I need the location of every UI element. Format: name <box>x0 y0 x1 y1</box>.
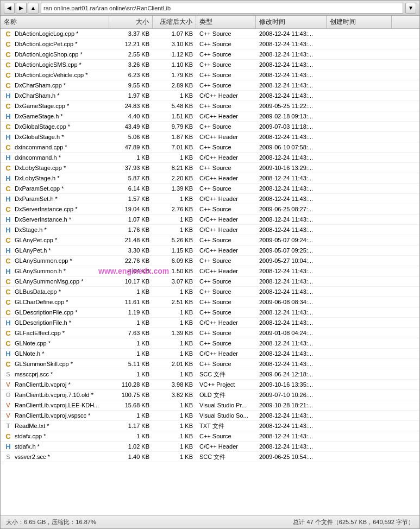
file-modified: 2008-12-24 11:43:... <box>256 132 327 142</box>
col-header-modified[interactable]: 修改时间 <box>256 16 327 28</box>
file-type: C++ Source <box>196 142 256 152</box>
file-name: mssccprj.scc * <box>15 371 53 377</box>
title-bar: ◀ ▶ ▲ ran online.part01.rar\ran online\s… <box>1 1 419 16</box>
dropdown-button[interactable]: ▼ <box>405 3 416 14</box>
file-icon: C <box>4 432 12 440</box>
file-compressed: 1 KB <box>153 452 196 462</box>
table-row[interactable]: H dxincommand.h * 1 KB 1 KB C/C++ Header… <box>1 153 419 163</box>
file-size: 1.17 KB <box>109 421 153 431</box>
table-row[interactable]: C stdafx.cpp * 1 KB 1 KB C++ Source 2008… <box>1 431 419 442</box>
table-row[interactable]: C GLBusData.cpp * 1 KB 1 KB C++ Source 2… <box>1 287 419 297</box>
file-created <box>327 101 392 111</box>
file-size: 1.40 KB <box>109 452 153 462</box>
file-size: 1 KB <box>109 287 153 297</box>
table-row[interactable]: C DbActionLogicVehicle.cpp * 6.23 KB 1.7… <box>1 70 419 80</box>
table-row[interactable]: H DxGlobalStage.h * 5.06 KB 1.87 KB C/C+… <box>1 132 419 142</box>
file-modified: 2008-12-24 11:43:... <box>256 91 327 100</box>
table-row[interactable]: H GLDescriptionFile.h * 1 KB 1 KB C/C++ … <box>1 318 419 328</box>
file-compressed: 2.76 KB <box>153 204 196 214</box>
file-name: ReadMe.txt * <box>15 423 49 429</box>
file-type: TXT 文件 <box>196 421 256 431</box>
file-modified: 2008-12-24 11:43:... <box>256 442 327 451</box>
file-type: C++ Source <box>196 70 256 80</box>
back-button[interactable]: ◀ <box>4 3 15 14</box>
main-window: ◀ ▶ ▲ ran online.part01.rar\ran online\s… <box>0 0 420 529</box>
table-row[interactable]: H DxGameStage.h * 4.40 KB 1.51 KB C/C++ … <box>1 111 419 122</box>
table-row[interactable]: H DxServerInstance.h * 1.07 KB 1 KB C/C+… <box>1 215 419 225</box>
table-row[interactable]: C DbActionLogicPet.cpp * 12.21 KB 3.10 K… <box>1 39 419 49</box>
table-row[interactable]: C DbActionLogicShop.cpp * 2.55 KB 1.12 K… <box>1 49 419 60</box>
file-name: DxCharSham.cpp * <box>15 82 66 89</box>
table-row[interactable]: C DxCharSham.cpp * 9.55 KB 2.89 KB C++ S… <box>1 80 419 91</box>
table-row[interactable]: H GLAnyPet.h * 3.30 KB 1.15 KB C/C++ Hea… <box>1 245 419 256</box>
file-size: 1 KB <box>109 153 153 162</box>
file-modified: 2008-12-24 11:43:... <box>256 266 327 276</box>
file-type: C/C++ Header <box>196 318 256 328</box>
table-row[interactable]: H GLNote.h * 1 KB 1 KB C/C++ Header 2008… <box>1 349 419 359</box>
table-row[interactable]: C GLFactEffect.cpp * 7.63 KB 1.39 KB C++… <box>1 328 419 338</box>
file-name: DxStage.h * <box>15 226 47 233</box>
file-size: 1 KB <box>109 349 153 358</box>
forward-button[interactable]: ▶ <box>16 3 27 14</box>
table-row[interactable]: H DxLobyStage.h * 5.87 KB 2.20 KB C/C++ … <box>1 173 419 184</box>
table-row[interactable]: H GLAnySummon.h * 4.04 KB 1.50 KB C/C++ … <box>1 266 419 276</box>
table-row[interactable]: C GLCharDefine.cpp * 11.61 KB 2.51 KB C+… <box>1 297 419 307</box>
file-created <box>327 153 392 162</box>
table-row[interactable]: C GLSummonSkill.cpp * 5.11 KB 2.01 KB C+… <box>1 359 419 369</box>
table-row[interactable]: C DxServerInstance.cpp * 19.04 KB 2.76 K… <box>1 204 419 215</box>
file-modified: 2009-02-18 09:13:... <box>256 111 327 121</box>
up-button[interactable]: ▲ <box>28 3 39 14</box>
file-type: C/C++ Header <box>196 111 256 121</box>
table-row[interactable]: S mssccprj.scc * 1 KB 1 KB SCC 文件 2009-0… <box>1 369 419 380</box>
table-row[interactable]: H DxCharSham.h * 1.97 KB 1 KB C/C++ Head… <box>1 91 419 101</box>
table-row[interactable]: C DbActionLogicSMS.cpp * 3.26 KB 1.10 KB… <box>1 60 419 70</box>
file-name: DxCharSham.h * <box>15 92 60 99</box>
table-row[interactable]: C DxGameStage.cpp * 24.83 KB 5.48 KB C++… <box>1 101 419 111</box>
file-modified: 2008-12-24 11:43:... <box>256 276 327 286</box>
file-list[interactable]: C DbActionLogicLog.cpp * 3.37 KB 1.07 KB… <box>1 29 419 515</box>
file-name: GLSummonSkill.cpp * <box>15 361 73 367</box>
table-row[interactable]: V RanClientLib.vcproj.LEE-KDH... 15.68 K… <box>1 400 419 411</box>
file-icon: C <box>4 287 12 296</box>
file-created <box>327 142 392 152</box>
file-created <box>327 184 392 193</box>
table-row[interactable]: C DxGlobalStage.cpp * 43.49 KB 9.79 KB C… <box>1 122 419 132</box>
file-compressed: 1 KB <box>153 431 196 441</box>
file-compressed: 1 KB <box>153 442 196 451</box>
file-type: SCC 文件 <box>196 369 256 379</box>
table-row[interactable]: T ReadMe.txt * 1.17 KB 1 KB TXT 文件 2008-… <box>1 421 419 431</box>
file-created <box>327 39 392 49</box>
file-name: GLBusData.cpp * <box>15 288 61 295</box>
table-row[interactable]: H DxParamSet.h * 1.57 KB 1 KB C/C++ Head… <box>1 194 419 204</box>
file-size: 19.04 KB <box>109 204 153 214</box>
table-row[interactable]: O RanClientLib.vcproj.7.10.old * 100.75 … <box>1 390 419 400</box>
table-row[interactable]: C GLDescriptionFile.cpp * 1.19 KB 1 KB C… <box>1 307 419 318</box>
file-created <box>327 245 392 255</box>
col-header-created[interactable]: 创建时间 <box>327 16 392 28</box>
table-row[interactable]: C GLAnySummon.cpp * 22.76 KB 6.09 KB C++… <box>1 256 419 266</box>
table-row[interactable]: C dxincommand.cpp * 47.89 KB 7.01 KB C++… <box>1 142 419 153</box>
file-icon: C <box>4 71 12 79</box>
table-row[interactable]: C DxLobyStage.cpp * 37.93 KB 8.21 KB C++… <box>1 163 419 173</box>
path-bar[interactable]: ran online.part01.rar\ran online\src\Ran… <box>41 3 403 14</box>
table-row[interactable]: C GLAnyPet.cpp * 21.48 KB 5.26 KB C++ So… <box>1 235 419 245</box>
table-row[interactable]: C GLNote.cpp * 1 KB 1 KB C++ Source 2008… <box>1 338 419 349</box>
file-size: 1 KB <box>109 431 153 441</box>
file-compressed: 1 KB <box>153 153 196 162</box>
table-row[interactable]: H stdafx.h * 1.02 KB 1 KB C/C++ Header 2… <box>1 442 419 452</box>
col-header-compressed[interactable]: 压缩后大小 <box>153 16 196 28</box>
table-row[interactable]: H DxStage.h * 1.76 KB 1 KB C/C++ Header … <box>1 225 419 235</box>
table-row[interactable]: S vssver2.scc * 1.40 KB 1 KB SCC 文件 2009… <box>1 452 419 462</box>
file-icon: C <box>4 50 12 59</box>
table-row[interactable]: V RanClientLib.vcproj * 110.28 KB 3.98 K… <box>1 380 419 390</box>
file-modified: 2008-12-24 11:43:... <box>256 194 327 204</box>
table-row[interactable]: C DbActionLogicLog.cpp * 3.37 KB 1.07 KB… <box>1 29 419 39</box>
table-row[interactable]: C GLAnySummonMsg.cpp * 10.17 KB 3.07 KB … <box>1 276 419 287</box>
table-row[interactable]: V RanClientLib.vcproj.vspscc * 1 KB 1 KB… <box>1 411 419 421</box>
table-row[interactable]: C DxParamSet.cpp * 6.14 KB 1.39 KB C++ S… <box>1 184 419 194</box>
col-header-type[interactable]: 类型 <box>196 16 256 28</box>
file-name: GLAnyPet.h * <box>15 247 51 254</box>
file-created <box>327 49 392 59</box>
col-header-name[interactable]: 名称 <box>1 16 109 28</box>
col-header-size[interactable]: 大小 <box>109 16 153 28</box>
